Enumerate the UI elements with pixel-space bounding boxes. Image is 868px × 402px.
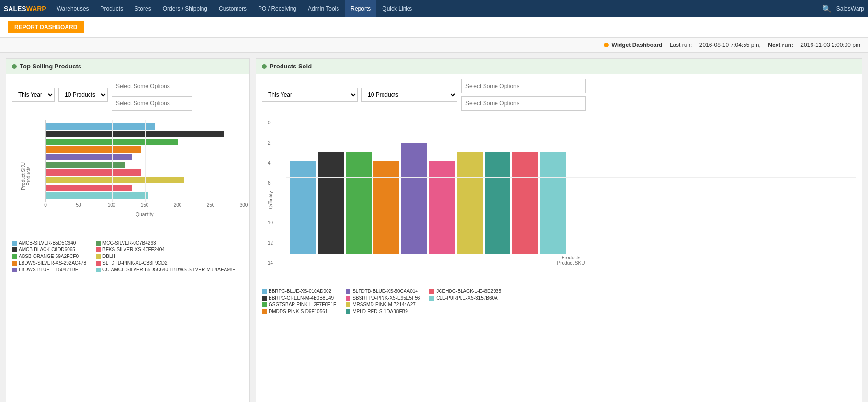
vbar-y-tick: 10 bbox=[268, 220, 273, 225]
vbar-y-tick: 14 bbox=[268, 260, 273, 266]
nav-po-receiving[interactable]: PO / Receiving bbox=[252, 0, 302, 17]
legend-dot bbox=[12, 261, 17, 266]
right-x-sublabel: Product SKU bbox=[286, 260, 856, 266]
nav-user: SalesWarp bbox=[836, 5, 864, 12]
header-bar: REPORT DASHBOARD bbox=[0, 17, 868, 38]
grid-line bbox=[286, 177, 856, 178]
legend-dot bbox=[429, 296, 434, 301]
search-icon[interactable]: 🔍 bbox=[822, 4, 832, 13]
right-options-input1[interactable] bbox=[461, 79, 586, 93]
nav-quick-links[interactable]: Quick Links bbox=[376, 0, 417, 17]
hbar-bar bbox=[46, 154, 132, 160]
legend-dot bbox=[96, 241, 101, 246]
top-nav: SALESWARP Warehouses Products Stores Ord… bbox=[0, 0, 868, 17]
vbar-bar bbox=[290, 161, 316, 254]
legend-item: CC-AMCB-SILVER-B5D5C640-LBDWS-SILVER-M-8… bbox=[96, 267, 236, 272]
legend-item: SBSRFPD-PINK-XS-E95E5F56 bbox=[346, 295, 420, 301]
vbar-y-tick: 6 bbox=[268, 180, 273, 186]
left-panel-status-dot bbox=[12, 64, 17, 69]
vbar-bar bbox=[485, 152, 510, 254]
legend-dot bbox=[96, 261, 101, 266]
right-time-select[interactable]: This Year Last Year All Time bbox=[262, 88, 358, 102]
legend-dot bbox=[262, 296, 267, 301]
legend-dot bbox=[96, 268, 101, 272]
left-panel-controls: This Year Last Year All Time 10 Products… bbox=[6, 74, 249, 115]
vbar-container bbox=[286, 120, 856, 254]
nav-products[interactable]: Products bbox=[95, 0, 129, 17]
left-chart-area: Product SKUProducts 050100150200250300 Q… bbox=[6, 115, 249, 236]
legend-dot bbox=[429, 289, 434, 294]
legend-dot bbox=[262, 289, 267, 294]
legend-dot bbox=[262, 309, 267, 314]
hbar-bar bbox=[46, 131, 224, 137]
legend-label: BBRPC-GREEN-M-4B0B8E49 bbox=[269, 295, 334, 301]
hbar-bar bbox=[46, 192, 148, 199]
grid-line bbox=[286, 215, 856, 215]
legend-label: LBDWS-BLUE-L-150421DE bbox=[19, 267, 79, 272]
vbar-bar bbox=[429, 161, 455, 254]
right-panel-title: Products Sold bbox=[270, 63, 312, 70]
legend-item: DBLH bbox=[96, 254, 236, 259]
legend-item: AMCB-BLACK-C8DD6065 bbox=[12, 247, 86, 252]
legend-dot bbox=[12, 254, 17, 259]
widget-status: Widget Dashboard Last run: 2016-08-10 7:… bbox=[604, 42, 860, 48]
hbar-container bbox=[45, 120, 244, 202]
hbar-bar bbox=[46, 162, 125, 168]
left-time-select[interactable]: This Year Last Year All Time bbox=[12, 88, 55, 102]
nav-orders-shipping[interactable]: Orders / Shipping bbox=[157, 0, 213, 17]
legend-label: BFKS-SILVER-XS-47FF2404 bbox=[102, 247, 165, 252]
legend-label: MCC-SILVER-0C7B4263 bbox=[102, 240, 156, 246]
nav-items: Warehouses Products Stores Orders / Ship… bbox=[51, 0, 822, 17]
legend-dot bbox=[12, 247, 17, 252]
legend-item: CLL-PURPLE-XS-3157B60A bbox=[429, 295, 501, 301]
nav-customers[interactable]: Customers bbox=[213, 0, 252, 17]
legend-dot bbox=[96, 254, 101, 259]
vbar-bar bbox=[540, 152, 566, 254]
widget-next-run: 2016-11-03 2:00:00 pm bbox=[800, 42, 860, 48]
legend-label: MPLD-RED-S-1DAB8FB9 bbox=[352, 309, 408, 314]
legend-label: SLFDTD-PINK-XL-CB3F9CD2 bbox=[102, 260, 168, 266]
left-options-input2[interactable] bbox=[112, 96, 192, 111]
widget-last-run-label: Last run: bbox=[670, 42, 692, 48]
legend-item: MCC-SILVER-0C7B4263 bbox=[96, 240, 236, 246]
legend-item: MPLD-RED-S-1DAB8FB9 bbox=[346, 309, 420, 314]
logo-warp: WARP bbox=[26, 5, 46, 12]
legend-label: AMCB-SILVER-B5D5C640 bbox=[19, 240, 76, 246]
nav-stores[interactable]: Stores bbox=[129, 0, 157, 17]
grid-line bbox=[286, 234, 856, 234]
widget-status-dot bbox=[604, 43, 609, 47]
nav-reports[interactable]: Reports bbox=[345, 0, 376, 17]
right-products-select[interactable]: 10 Products 5 Products 20 Products bbox=[361, 88, 457, 102]
legend-label: GSGTSBAP-PINK-L-2F7F6E1F bbox=[269, 302, 336, 307]
legend-label: SBSRFPD-PINK-XS-E95E5F56 bbox=[352, 295, 420, 301]
widget-next-run-label: Next run: bbox=[768, 42, 793, 48]
right-panel-status-dot bbox=[262, 64, 267, 69]
left-panel-header: Top Selling Products bbox=[6, 59, 249, 74]
legend-item: AMCB-SILVER-B5D5C640 bbox=[12, 240, 86, 246]
right-options-input2[interactable] bbox=[461, 96, 586, 111]
widget-bar: Widget Dashboard Last run: 2016-08-10 7:… bbox=[0, 38, 868, 53]
vbar-bar bbox=[512, 152, 538, 254]
right-panel-header: Products Sold bbox=[256, 59, 862, 74]
left-products-select[interactable]: 10 Products 5 Products 20 Products bbox=[58, 88, 108, 102]
legend-item: BBRPC-BLUE-XS-010AD002 bbox=[262, 289, 336, 294]
legend-item: BFKS-SILVER-XS-47FF2404 bbox=[96, 247, 236, 252]
legend-item: GSGTSBAP-PINK-L-2F7F6E1F bbox=[262, 302, 336, 307]
vbar-bar bbox=[373, 161, 399, 254]
vbar-bar bbox=[401, 143, 427, 254]
report-dashboard-button[interactable]: REPORT DASHBOARD bbox=[8, 21, 84, 34]
legend-item: BBRPC-GREEN-M-4B0B8E49 bbox=[262, 295, 336, 301]
left-legend: AMCB-SILVER-B5D5C640AMCB-BLACK-C8DD6065A… bbox=[6, 236, 249, 276]
right-options-col bbox=[461, 79, 586, 111]
nav-warehouses[interactable]: Warehouses bbox=[51, 0, 95, 17]
right-legend: BBRPC-BLUE-XS-010AD002BBRPC-GREEN-M-4B0B… bbox=[256, 285, 862, 318]
vbar-bar bbox=[318, 152, 344, 254]
nav-admin-tools[interactable]: Admin Tools bbox=[302, 0, 345, 17]
legend-item: LBDWS-SILVER-XS-292AC478 bbox=[12, 260, 86, 266]
vbar-bar bbox=[457, 152, 483, 254]
left-options-input1[interactable] bbox=[112, 79, 192, 93]
legend-label: ABSB-ORANGE-69A2FCF0 bbox=[19, 254, 79, 259]
legend-dot bbox=[346, 309, 350, 314]
widget-last-run: 2016-08-10 7:04:55 pm, bbox=[699, 42, 761, 48]
vbar-y-tick: 0 bbox=[268, 120, 273, 125]
